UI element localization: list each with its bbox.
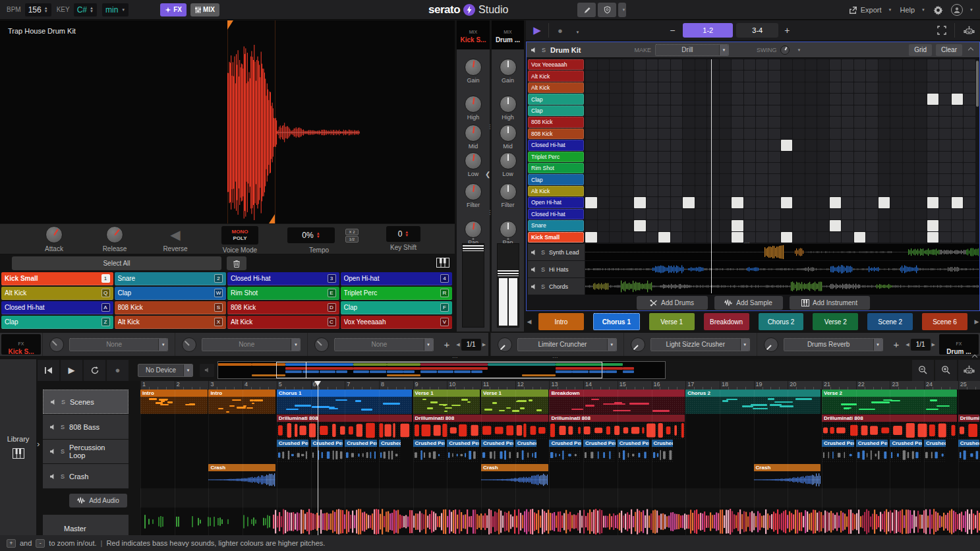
step-cell[interactable] [768,129,780,139]
step-cell[interactable] [658,94,670,104]
step-cell[interactable] [939,105,951,116]
step-cell[interactable] [720,117,732,127]
step-cell[interactable] [683,232,695,243]
step-cell[interactable] [658,152,670,162]
audio-track-header[interactable]: SChords [528,278,585,295]
step-cell[interactable] [756,163,768,173]
step-cell[interactable] [683,59,695,70]
step-cell[interactable] [927,117,939,127]
step-cell[interactable] [927,232,939,243]
timeline-track-header-808-bass[interactable]: S808 Bass [43,415,129,439]
step-cell[interactable] [634,197,646,208]
step-cell[interactable] [903,140,915,150]
timeline-track-header-scenes[interactable]: SScenes [43,390,129,414]
remove-bars-button[interactable]: − [666,25,679,36]
step-cell[interactable] [952,129,964,139]
step-cell[interactable] [842,232,853,243]
step-cell[interactable] [720,220,732,231]
step-cell[interactable] [866,71,878,81]
step-cell[interactable] [854,197,866,208]
step-cell[interactable] [939,71,951,81]
mixer-knob-mid[interactable]: Mid [457,125,490,150]
step-cell[interactable] [756,140,768,150]
step-cell[interactable] [756,59,768,70]
sequencer-row-label[interactable]: 808 Kick [528,117,584,127]
step-cell[interactable] [610,140,621,150]
bass-clip[interactable]: Drilluminati 808 [549,415,684,439]
fx-amount-knob[interactable] [182,337,196,352]
step-cell[interactable] [781,71,793,81]
step-cell[interactable] [585,174,597,185]
step-cell[interactable] [927,152,939,162]
step-cell[interactable] [756,105,768,116]
mixer-strip-header[interactable]: MIXKick S... [457,20,490,49]
step-cell[interactable] [890,186,902,196]
fx-select[interactable]: Limiter Cruncher▼ [517,338,617,351]
fx-select[interactable]: None▼ [334,338,433,351]
step-cell[interactable] [756,82,768,93]
step-cell[interactable] [707,129,719,139]
solo-button[interactable]: S [540,266,546,274]
step-cell[interactable] [793,174,805,185]
step-cell[interactable] [830,220,842,231]
fx-amount-knob[interactable] [764,337,778,352]
step-cell[interactable] [939,129,951,139]
drum-pad-alt-kick[interactable]: Alt KickX [115,316,227,329]
step-cell[interactable] [866,232,878,243]
step-cell[interactable] [756,232,768,243]
solo-button[interactable]: S [540,248,546,256]
step-cell[interactable] [707,82,719,93]
step-cell[interactable] [805,232,817,243]
scene-tab-scene-6[interactable]: Scene 6 [922,313,967,330]
step-cell[interactable] [647,140,658,150]
mixer-knob-filter[interactable]: Filter [492,183,524,208]
step-cell[interactable] [952,152,964,162]
library-expander[interactable]: › [37,439,40,449]
add-audio-button[interactable]: Add Audio [69,494,127,508]
step-cell[interactable] [793,140,805,150]
step-cell[interactable] [598,232,610,243]
step-cell[interactable] [732,82,743,93]
step-cell[interactable] [805,105,817,116]
step-cell[interactable] [732,163,743,173]
step-cell[interactable] [939,174,951,185]
step-cell[interactable] [842,152,853,162]
step-cell[interactable] [915,129,927,139]
step-cell[interactable] [830,174,842,185]
knob-high[interactable] [500,96,517,113]
step-cell[interactable] [647,163,658,173]
knob-mid[interactable] [465,125,482,142]
perc-clip[interactable]: Crushed Perc [583,440,616,463]
step-cell[interactable] [585,220,597,231]
step-cell[interactable] [952,197,964,208]
step-cell[interactable] [720,209,732,219]
chevron-down-icon[interactable]: ▼ [740,339,749,351]
step-cell[interactable] [866,59,878,70]
step-cell[interactable] [671,129,683,139]
step-cell[interactable] [671,152,683,162]
step-cell[interactable] [658,220,670,231]
step-cell[interactable] [952,220,964,231]
loop-button[interactable] [84,360,105,381]
step-cell[interactable] [707,220,719,231]
step-cell[interactable] [842,94,853,104]
step-cell[interactable] [732,94,743,104]
step-cell[interactable] [634,220,646,231]
perc-clip[interactable]: Crushed Perc [345,440,377,463]
step-cell[interactable] [598,71,610,81]
step-cell[interactable] [744,174,756,185]
step-cell[interactable] [647,209,658,219]
step-cell[interactable] [952,94,964,104]
step-cell[interactable] [647,105,658,116]
assistant-button[interactable] [958,360,980,381]
step-cell[interactable] [683,186,695,196]
step-cell[interactable] [647,174,658,185]
fx-toggle-button[interactable]: FX [160,3,187,16]
step-cell[interactable] [610,232,621,243]
step-cell[interactable] [952,117,964,127]
step-cell[interactable] [793,129,805,139]
step-cell[interactable] [817,59,829,70]
step-cell[interactable] [854,105,866,116]
step-cell[interactable] [720,232,732,243]
step-cell[interactable] [732,186,743,196]
